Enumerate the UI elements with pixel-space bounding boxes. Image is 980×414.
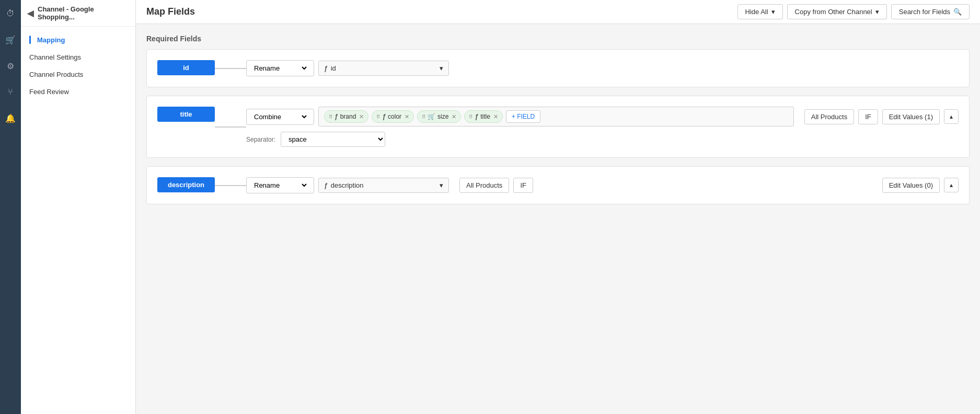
description-field-label[interactable]: description [157, 177, 215, 192]
add-field-label: + FIELD [512, 113, 535, 120]
description-all-products-label: All Products [466, 181, 502, 189]
title-if-button[interactable]: IF [858, 109, 878, 124]
id-value-chevron: ▾ [440, 64, 443, 72]
size-tag-close[interactable]: ✕ [452, 113, 456, 120]
id-value-text: id [331, 64, 336, 72]
title-drag-handle[interactable]: ⠿ [469, 114, 472, 120]
brand-tag-close[interactable]: ✕ [359, 113, 364, 120]
id-field-label[interactable]: id [157, 60, 215, 75]
hide-all-label: Hide All [745, 8, 768, 16]
title-connector [215, 126, 246, 128]
title-combine-content: Rename Combine Static Value Lookup Table… [246, 107, 959, 147]
description-row-actions: Edit Values (0) [882, 178, 959, 193]
title-tags-box: ⠿ ƒ brand ✕ ⠿ ƒ color ✕ [318, 107, 794, 126]
sidebar-item-channel-settings[interactable]: Channel Settings [21, 49, 135, 66]
title-tag-label: title [480, 113, 490, 120]
title-mapping-type-dropdown[interactable]: Rename Combine Static Value Lookup Table [252, 112, 308, 121]
description-collapse-button[interactable] [944, 178, 959, 192]
size-drag-handle[interactable]: ⠿ [422, 114, 425, 120]
description-field-row: description Rename Combine Static Value … [157, 177, 959, 193]
description-value-text: description [331, 181, 364, 189]
search-for-fields-button[interactable]: Search for Fields 🔍 [891, 4, 970, 19]
top-bar: Map Fields Hide All ▾ Copy from Other Ch… [136, 0, 980, 24]
description-edit-values-label: Edit Values (0) [889, 181, 933, 189]
color-tag-close[interactable]: ✕ [405, 113, 409, 120]
sidebar-item-feed-review[interactable]: Feed Review [21, 83, 135, 100]
description-mapping-type-dropdown[interactable]: Rename Combine Static Value Lookup Table [252, 181, 308, 190]
content-scroll: Required Fields id Rename Combine Static… [136, 24, 980, 414]
sidebar-item-channel-products[interactable]: Channel Products [21, 66, 135, 83]
title-all-products-button[interactable]: All Products [804, 109, 854, 124]
title-tag: ⠿ ƒ title ✕ [464, 110, 502, 123]
separator-row: Separator: space comma dash pipe none [246, 132, 959, 147]
size-cart-icon: 🛒 [428, 113, 435, 120]
id-mapping-type-select[interactable]: Rename Combine Static Value Lookup Table [246, 60, 314, 76]
title-mapping-type-select[interactable]: Rename Combine Static Value Lookup Table [246, 109, 314, 125]
size-tag-label: size [437, 113, 448, 120]
title-field-label[interactable]: title [157, 107, 215, 122]
title-field-mapping: Rename Combine Static Value Lookup Table… [246, 107, 959, 147]
brand-drag-handle[interactable]: ⠿ [329, 114, 332, 120]
mapping-label: Mapping [37, 36, 65, 44]
channel-name: Channel - Google Shopping... [38, 5, 129, 21]
id-field-mapping: Rename Combine Static Value Lookup Table… [246, 60, 959, 76]
hide-all-chevron-icon: ▾ [771, 8, 775, 16]
title-edit-values-label: Edit Values (1) [889, 113, 933, 121]
description-mapping-row: Rename Combine Static Value Lookup Table… [246, 177, 959, 193]
title-mapping-type-row: Rename Combine Static Value Lookup Table… [246, 107, 959, 126]
main-content: Map Fields Hide All ▾ Copy from Other Ch… [136, 0, 980, 414]
description-formula-icon: ƒ [324, 182, 328, 189]
title-tag-close[interactable]: ✕ [493, 113, 498, 120]
title-edit-values-button[interactable]: Edit Values (1) [882, 109, 940, 124]
description-if-label: IF [520, 181, 526, 189]
description-connector [215, 185, 246, 186]
bell-icon[interactable]: 🔔 [2, 110, 19, 126]
sidebar-icon-rail: ⏱ 🛒 ⚙ ⑂ 🔔 [0, 0, 21, 414]
gear-icon[interactable]: ⚙ [2, 58, 19, 74]
description-all-products-button[interactable]: All Products [459, 178, 509, 193]
fork-icon[interactable]: ⑂ [2, 84, 19, 100]
id-mapping-row: Rename Combine Static Value Lookup Table… [246, 60, 959, 76]
channel-settings-label: Channel Settings [29, 53, 81, 61]
channel-products-label: Channel Products [29, 71, 83, 78]
description-edit-values-button[interactable]: Edit Values (0) [882, 178, 940, 193]
description-field-card: description Rename Combine Static Value … [146, 166, 970, 204]
description-condition-area: All Products IF [459, 178, 533, 193]
sidebar-nav-items: Mapping Channel Settings Channel Product… [21, 27, 135, 105]
description-mapping-type-select[interactable]: Rename Combine Static Value Lookup Table [246, 177, 314, 193]
brand-formula-icon: ƒ [335, 113, 338, 120]
store-icon[interactable]: 🛒 [2, 31, 19, 48]
id-connector [215, 68, 246, 69]
brand-tag-label: brand [340, 113, 356, 120]
description-value-chevron: ▾ [440, 181, 443, 189]
hide-all-button[interactable]: Hide All ▾ [737, 4, 783, 19]
search-icon: 🔍 [953, 8, 962, 16]
add-field-button[interactable]: + FIELD [506, 110, 540, 123]
sidebar-item-mapping[interactable]: Mapping [21, 31, 135, 49]
id-field-row: id Rename Combine Static Value Lookup Ta… [157, 60, 959, 76]
description-if-button[interactable]: IF [513, 178, 533, 193]
id-mapping-type-dropdown[interactable]: Rename Combine Static Value Lookup Table [252, 64, 308, 73]
separator-select[interactable]: space comma dash pipe none [281, 132, 385, 147]
description-value-select[interactable]: ƒ description ▾ [318, 178, 449, 193]
copy-chevron-icon: ▾ [875, 8, 879, 16]
title-field-row: title Rename Combine Static Value Looku [157, 107, 959, 147]
title-if-label: IF [865, 113, 871, 121]
color-drag-handle[interactable]: ⠿ [376, 114, 380, 120]
description-field-mapping: Rename Combine Static Value Lookup Table… [246, 177, 959, 193]
title-collapse-icon [950, 113, 953, 120]
color-tag: ⠿ ƒ color ✕ [372, 110, 414, 123]
id-value-select[interactable]: ƒ id ▾ [318, 61, 449, 76]
copy-from-label: Copy from Other Channel [795, 8, 872, 16]
brand-tag: ⠿ ƒ brand ✕ [324, 110, 368, 123]
id-field-card: id Rename Combine Static Value Lookup Ta… [146, 49, 970, 87]
title-collapse-button[interactable] [944, 109, 959, 124]
sidebar-nav: ◀ Channel - Google Shopping... Mapping C… [21, 0, 136, 414]
clock-icon[interactable]: ⏱ [2, 5, 19, 22]
sidebar-header: ◀ Channel - Google Shopping... [21, 0, 135, 27]
required-fields-title: Required Fields [146, 34, 970, 43]
title-row-actions: Edit Values (1) [882, 109, 959, 124]
back-arrow[interactable]: ◀ [27, 8, 33, 18]
separator-label: Separator: [246, 136, 275, 143]
copy-from-channel-button[interactable]: Copy from Other Channel ▾ [787, 4, 887, 19]
